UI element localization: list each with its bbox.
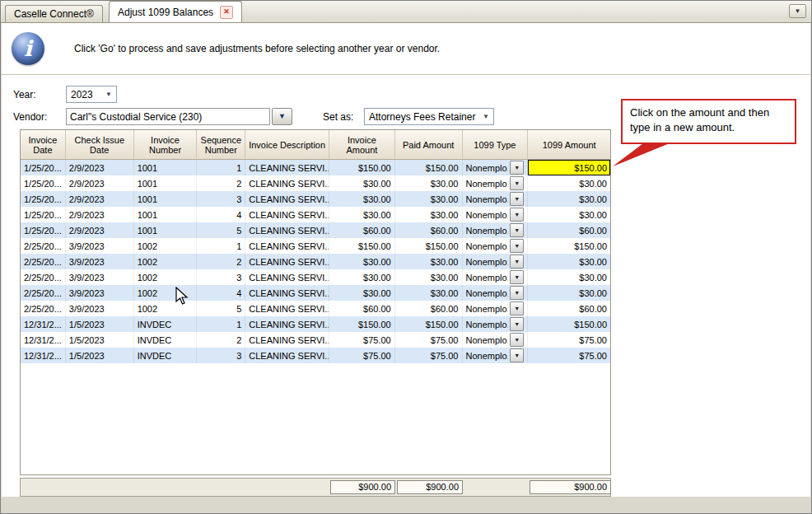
invoice-number-cell: 1001: [134, 160, 198, 175]
type-1099-dropdown-button[interactable]: ▼: [510, 301, 524, 315]
paid-amount-cell[interactable]: $150.00: [395, 316, 463, 332]
paid-amount-cell[interactable]: $30.00: [395, 207, 463, 222]
invoice-amount-cell[interactable]: $150.00: [329, 238, 395, 254]
type-1099-dropdown-button[interactable]: ▼: [510, 239, 524, 253]
table-row[interactable]: 2/25/20...3/9/202310021CLEANING SERVI...…: [21, 238, 610, 254]
selected-1099-amount-cell[interactable]: $150.00: [528, 160, 610, 175]
type-1099-cell[interactable]: Nonemplo...▼: [463, 222, 529, 238]
type-1099-value: Nonemplo...: [466, 163, 509, 173]
type-1099-dropdown-button[interactable]: ▼: [510, 192, 524, 206]
type-1099-dropdown-button[interactable]: ▼: [510, 270, 524, 284]
paid-amount-cell[interactable]: $30.00: [395, 285, 463, 301]
table-row[interactable]: 12/31/2...1/5/2023INVDEC1CLEANING SERVI.…: [21, 316, 610, 332]
paid-amount-cell[interactable]: $150.00: [395, 238, 463, 254]
paid-amount-cell[interactable]: $30.00: [395, 175, 463, 191]
paid-amount-cell[interactable]: $60.00: [395, 222, 463, 238]
column-header-paid-amount[interactable]: Paid Amount: [395, 130, 463, 159]
type-1099-dropdown-button[interactable]: ▼: [510, 223, 524, 237]
type-1099-cell[interactable]: Nonemplo...▼: [463, 285, 529, 301]
column-header-invoice-description[interactable]: Invoice Description: [245, 130, 329, 159]
paid-amount-cell[interactable]: $30.00: [395, 254, 463, 269]
amount-1099-cell[interactable]: $150.00: [528, 316, 610, 332]
amount-1099-cell[interactable]: $30.00: [528, 175, 610, 191]
invoice-amount-cell[interactable]: $75.00: [329, 332, 395, 348]
invoice-amount-cell[interactable]: $30.00: [329, 175, 395, 191]
vendor-dropdown-button[interactable]: ▼: [272, 108, 292, 125]
table-row[interactable]: 2/25/20...3/9/202310023CLEANING SERVI...…: [21, 269, 610, 285]
table-row[interactable]: 1/25/20...2/9/202310013CLEANING SERVI...…: [21, 191, 610, 207]
amount-1099-cell[interactable]: $30.00: [528, 207, 610, 222]
column-header-1099-type[interactable]: 1099 Type: [463, 130, 529, 159]
type-1099-cell[interactable]: Nonemplo...▼: [463, 348, 529, 363]
table-row[interactable]: 1/25/20...2/9/202310012CLEANING SERVI...…: [21, 175, 610, 191]
type-1099-cell[interactable]: Nonemplo...▼: [463, 160, 529, 175]
tab-adjust-1099-balances[interactable]: Adjust 1099 Balances ✕: [109, 1, 242, 22]
amount-1099-cell[interactable]: $150.00: [528, 238, 610, 254]
paid-amount-cell[interactable]: $75.00: [395, 332, 463, 348]
column-header-1099-amount[interactable]: 1099 Amount: [528, 130, 610, 159]
type-1099-cell[interactable]: Nonemplo...▼: [463, 301, 529, 316]
amount-1099-cell[interactable]: $30.00: [528, 191, 610, 207]
table-row[interactable]: 2/25/20...3/9/202310022CLEANING SERVI...…: [21, 254, 610, 269]
type-1099-dropdown-button[interactable]: ▼: [510, 255, 524, 269]
paid-amount-cell[interactable]: $30.00: [395, 191, 463, 207]
table-row[interactable]: 12/31/2...1/5/2023INVDEC2CLEANING SERVI.…: [21, 332, 610, 348]
type-1099-cell[interactable]: Nonemplo...▼: [463, 254, 529, 269]
type-1099-dropdown-button[interactable]: ▼: [510, 348, 524, 362]
type-1099-dropdown-button[interactable]: ▼: [510, 333, 524, 347]
table-row[interactable]: 2/25/20...3/9/202310025CLEANING SERVI...…: [21, 301, 610, 316]
type-1099-cell[interactable]: Nonemplo...▼: [463, 269, 529, 285]
column-header-check-issue-date[interactable]: Check Issue Date: [66, 130, 134, 159]
tab-overflow-dropdown-button[interactable]: ▼: [789, 4, 806, 18]
type-1099-dropdown-button[interactable]: ▼: [510, 208, 524, 222]
table-row[interactable]: 1/25/20...2/9/202310014CLEANING SERVI...…: [21, 207, 610, 222]
paid-amount-cell[interactable]: $150.00: [395, 160, 463, 175]
type-1099-cell[interactable]: Nonemplo...▼: [463, 207, 529, 222]
amount-1099-cell[interactable]: $30.00: [528, 269, 610, 285]
invoice-amount-cell[interactable]: $60.00: [329, 222, 395, 238]
invoice-amount-cell[interactable]: $30.00: [329, 207, 395, 222]
invoice-amount-cell[interactable]: $75.00: [329, 348, 395, 363]
table-row[interactable]: 12/31/2...1/5/2023INVDEC3CLEANING SERVI.…: [21, 348, 610, 363]
close-tab-icon[interactable]: ✕: [220, 6, 233, 19]
invoice-amount-cell[interactable]: $60.00: [329, 301, 395, 316]
invoice-amount-cell[interactable]: $30.00: [329, 191, 395, 207]
type-1099-cell[interactable]: Nonemplo...▼: [463, 191, 529, 207]
amount-1099-cell[interactable]: $75.00: [528, 348, 610, 363]
column-header-invoice-date[interactable]: Invoice Date: [21, 130, 66, 159]
table-row[interactable]: 1/25/20...2/9/202310011CLEANING SERVI...…: [21, 160, 610, 175]
paid-amount-cell[interactable]: $75.00: [395, 348, 463, 363]
type-1099-cell[interactable]: Nonemplo...▼: [463, 332, 529, 348]
column-header-invoice-amount[interactable]: Invoice Amount: [329, 130, 395, 159]
type-1099-dropdown-button[interactable]: ▼: [510, 317, 524, 331]
type-1099-cell[interactable]: Nonemplo...▼: [463, 238, 529, 254]
type-1099-value: Nonemplo...: [466, 288, 509, 298]
invoice-amount-cell[interactable]: $150.00: [329, 316, 395, 332]
amount-1099-cell[interactable]: $60.00: [528, 301, 610, 316]
tab-caselle-connect[interactable]: Caselle Connect®: [5, 5, 103, 22]
column-header-sequence-number[interactable]: Sequence Number: [197, 130, 245, 159]
amount-1099-cell[interactable]: $75.00: [528, 332, 610, 348]
invoice-description-cell: CLEANING SERVI...: [245, 316, 329, 332]
invoice-amount-cell[interactable]: $150.00: [329, 160, 395, 175]
column-header-invoice-number[interactable]: Invoice Number: [134, 130, 198, 159]
invoice-amount-cell[interactable]: $30.00: [329, 269, 395, 285]
table-row[interactable]: 2/25/20...3/9/202310024CLEANING SERVI...…: [21, 285, 610, 301]
amount-1099-cell[interactable]: $30.00: [528, 254, 610, 269]
type-1099-cell[interactable]: Nonemplo...▼: [463, 316, 529, 332]
paid-amount-cell[interactable]: $60.00: [395, 301, 463, 316]
amount-1099-cell[interactable]: $60.00: [528, 222, 610, 238]
type-1099-dropdown-button[interactable]: ▼: [510, 286, 524, 300]
type-1099-cell[interactable]: Nonemplo...▼: [463, 175, 529, 191]
sequence-number-cell: 3: [197, 191, 245, 207]
year-select[interactable]: 2023 ▼: [66, 86, 117, 103]
amount-1099-cell[interactable]: $30.00: [528, 285, 610, 301]
type-1099-dropdown-button[interactable]: ▼: [510, 161, 524, 175]
type-1099-dropdown-button[interactable]: ▼: [510, 176, 524, 190]
vendor-input[interactable]: [66, 108, 270, 125]
invoice-amount-cell[interactable]: $30.00: [329, 254, 395, 269]
paid-amount-cell[interactable]: $30.00: [395, 269, 463, 285]
table-row[interactable]: 1/25/20...2/9/202310015CLEANING SERVI...…: [21, 222, 610, 238]
set-as-select[interactable]: Attorneys Fees Retainer ▼: [364, 108, 494, 125]
invoice-amount-cell[interactable]: $30.00: [329, 285, 395, 301]
